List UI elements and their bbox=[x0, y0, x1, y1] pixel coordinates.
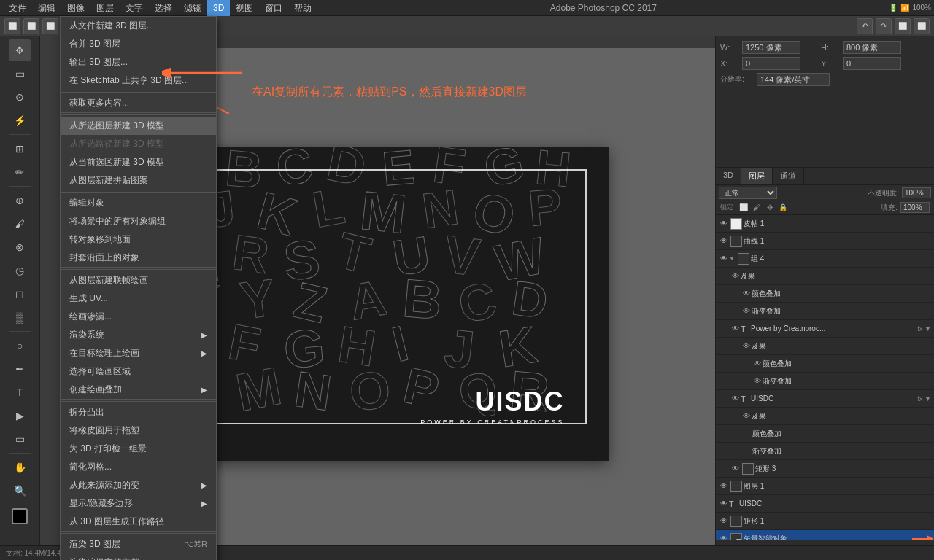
layer-vis-co2[interactable]: 👁 bbox=[752, 359, 763, 369]
layer-item-effect2[interactable]: 👁 及果 bbox=[716, 338, 934, 355]
menu-item-sketchfab[interactable]: 在 Sketchfab 上共享 3D 图层... bbox=[61, 71, 216, 90]
menu-item-move-to-ground[interactable]: 转对象移到地面 bbox=[61, 230, 216, 249]
layer-item-pitetie1[interactable]: 👁 皮帖 1 bbox=[716, 215, 934, 233]
layer-item-coloroverlay1[interactable]: 👁 颜色叠加 bbox=[716, 285, 934, 303]
tool-path-select[interactable]: ▶ bbox=[9, 405, 31, 427]
layer-item-rect3[interactable]: 👁 矩形 3 bbox=[716, 460, 934, 478]
layer-vis-rect1[interactable]: 👁 bbox=[719, 516, 729, 526]
menu-item-prepare-print[interactable]: 为 3D 打印检一组景 bbox=[61, 440, 216, 458]
layer-item-uisdc-group[interactable]: 👁 T UISDC fx ▼ bbox=[716, 390, 934, 408]
layer-item-rect1[interactable]: 👁 矩形 1 bbox=[716, 513, 934, 530]
menu-item-new-from-path[interactable]: 从所选路径新建 3D 模型 bbox=[61, 135, 216, 153]
tool-type[interactable]: T bbox=[9, 381, 31, 403]
menu-view[interactable]: 视图 bbox=[230, 0, 259, 16]
layer-vis-pitetie1[interactable]: 👁 bbox=[719, 219, 729, 229]
tool-magic-wand[interactable]: ⚡ bbox=[9, 109, 31, 131]
props-width-input[interactable] bbox=[742, 41, 800, 54]
menu-item-render-submit[interactable]: 渲染渲提交的文档... bbox=[61, 553, 216, 560]
tab-3d[interactable]: 3D bbox=[716, 168, 741, 184]
menu-image[interactable]: 图像 bbox=[61, 0, 90, 16]
menu-window[interactable]: 窗口 bbox=[259, 0, 288, 16]
props-y-input[interactable] bbox=[843, 57, 901, 70]
props-x-input[interactable] bbox=[742, 57, 800, 70]
tool-lasso[interactable]: ⊙ bbox=[9, 86, 31, 108]
menu-item-select-paintable[interactable]: 选择可绘画区域 bbox=[61, 362, 216, 381]
menu-3d[interactable]: 3D bbox=[207, 0, 230, 16]
opt-btn-r3[interactable]: ⬜ bbox=[895, 18, 911, 34]
menu-item-simplify[interactable]: 简化网格... bbox=[61, 458, 216, 476]
layer-item-group4[interactable]: 👁 ▼ 组 4 bbox=[716, 250, 934, 268]
lock-all-icon[interactable]: 🔒 bbox=[778, 203, 788, 213]
tab-layers[interactable]: 图层 bbox=[741, 168, 773, 184]
menu-item-paint-from-layer[interactable]: 从图层新建联帧绘画 bbox=[61, 271, 216, 289]
tool-heal[interactable]: ⊕ bbox=[9, 190, 31, 211]
menu-item-export-3d[interactable]: 输出 3D 图层... bbox=[61, 53, 216, 71]
menu-item-add-transform[interactable]: 从此来源添加的变▶ bbox=[61, 476, 216, 494]
layer-item-uisdc-top[interactable]: 👁 T UISDC bbox=[716, 495, 934, 513]
layer-vis-rect3[interactable]: 👁 bbox=[730, 464, 741, 474]
tool-shape[interactable]: ▭ bbox=[9, 428, 31, 450]
layer-item-go3[interactable]: 渐变叠加 bbox=[716, 443, 934, 460]
menu-text[interactable]: 文字 bbox=[120, 0, 149, 16]
tool-crop[interactable]: ⊞ bbox=[9, 138, 31, 160]
opt-btn-2[interactable]: ⬜ bbox=[23, 18, 39, 34]
layer-vis-eff2[interactable]: 👁 bbox=[741, 341, 752, 351]
menu-layer[interactable]: 图层 bbox=[90, 0, 120, 16]
menu-item-warp[interactable]: 封套沿面上的对象 bbox=[61, 249, 216, 267]
menu-item-group-all[interactable]: 将场景中的所有对象编组 bbox=[61, 212, 216, 230]
menu-item-merge-3d[interactable]: 合并 3D 图层 bbox=[61, 35, 216, 53]
layer-vis-effect1[interactable]: 👁 bbox=[730, 271, 741, 281]
menu-select[interactable]: 选择 bbox=[149, 0, 178, 16]
layer-vis-power[interactable]: 👁 bbox=[730, 324, 741, 334]
menu-item-new-tile[interactable]: 从图层新建拼贴图案 bbox=[61, 171, 216, 190]
tool-move[interactable]: ✥ bbox=[9, 39, 31, 61]
tab-channels[interactable]: 通道 bbox=[773, 168, 804, 184]
tool-hand[interactable]: ✋ bbox=[9, 456, 31, 478]
menu-item-render-settings[interactable]: 渲染系统▶ bbox=[61, 326, 216, 344]
menu-item-get-more[interactable]: 获取更多内容... bbox=[61, 94, 216, 112]
fill-input[interactable] bbox=[900, 202, 930, 213]
layer-expand-group4[interactable]: ▼ bbox=[729, 255, 735, 262]
menu-item-paint-bleed[interactable]: 绘画渗漏... bbox=[61, 308, 216, 326]
opt-btn-1[interactable]: ⬜ bbox=[4, 18, 20, 34]
layer-item-layer1[interactable]: 👁 图层 1 bbox=[716, 478, 934, 495]
tool-eyedropper[interactable]: ✏ bbox=[9, 161, 31, 183]
blend-mode-select[interactable]: 正常 溶解 正片叠底 bbox=[719, 187, 777, 199]
layer-item-curve1[interactable]: 👁 曲线 1 bbox=[716, 233, 934, 250]
lock-position-icon[interactable]: ✥ bbox=[765, 203, 775, 213]
menu-help[interactable]: 帮助 bbox=[288, 0, 317, 16]
layer-item-eff3[interactable]: 👁 及果 bbox=[716, 408, 934, 425]
menu-item-split-extrusion[interactable]: 拆分凸出 bbox=[61, 403, 216, 421]
menu-item-render-3d[interactable]: 渲染 3D 图层⌥⌘R bbox=[61, 535, 216, 553]
menu-item-create-overlay[interactable]: 创建绘画叠加▶ bbox=[61, 381, 216, 399]
layer-item-co2[interactable]: 👁 颜色叠加 bbox=[716, 355, 934, 373]
layer-item-effect1[interactable]: 👁 及果 bbox=[716, 268, 934, 285]
layer-vis-go1[interactable]: 👁 bbox=[741, 306, 752, 316]
menu-item-new-from-selection[interactable]: 从当前选区新建 3D 模型 bbox=[61, 153, 216, 171]
tool-gradient[interactable]: ▒ bbox=[9, 306, 31, 328]
opacity-input[interactable] bbox=[902, 187, 931, 198]
tool-stamp[interactable]: ⊗ bbox=[9, 236, 31, 258]
menu-item-eraser-sculpt[interactable]: 将橡皮圆用于拖塑 bbox=[61, 421, 216, 440]
layer-item-gradoverlay1[interactable]: 👁 渐变叠加 bbox=[716, 303, 934, 320]
menu-item-paint-on-texture[interactable]: 在目标绘理上绘画▶ bbox=[61, 344, 216, 362]
menu-item-make-work-path[interactable]: 从 3D 图层生成工作路径 bbox=[61, 513, 216, 531]
tool-fg-color[interactable] bbox=[12, 508, 28, 524]
tool-pen[interactable]: ✒ bbox=[9, 358, 31, 380]
opt-btn-3[interactable]: ⬜ bbox=[42, 18, 58, 34]
layer-vis-co1[interactable]: 👁 bbox=[741, 289, 752, 299]
menu-item-gen-uv[interactable]: 生成 UV... bbox=[61, 289, 216, 308]
layer-item-co3[interactable]: 颜色叠加 bbox=[716, 425, 934, 443]
props-res-input[interactable] bbox=[757, 73, 830, 86]
layer-vis-sv[interactable]: 👁 bbox=[719, 534, 729, 540]
opt-btn-r4[interactable]: ⬜ bbox=[914, 18, 930, 34]
menu-item-new-from-layer[interactable]: 从所选图层新建 3D 模型 bbox=[61, 117, 216, 135]
tool-dodge[interactable]: ○ bbox=[9, 335, 31, 357]
lock-image-icon[interactable]: 🖌 bbox=[752, 203, 762, 213]
menu-file[interactable]: 文件 bbox=[3, 0, 32, 16]
menu-item-show-hide-poly[interactable]: 显示/隐藏多边形▶ bbox=[61, 494, 216, 513]
props-height-input[interactable] bbox=[843, 41, 901, 54]
menu-item-new-from-file[interactable]: 从文件新建 3D 图层... bbox=[61, 17, 216, 35]
menu-edit[interactable]: 编辑 bbox=[32, 0, 61, 16]
layer-vis-layer1[interactable]: 👁 bbox=[719, 481, 729, 491]
